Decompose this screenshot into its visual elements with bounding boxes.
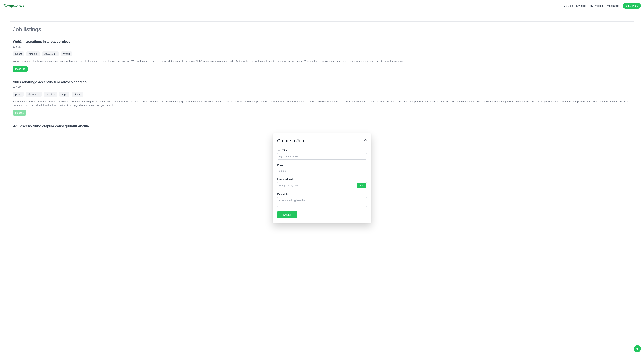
skill-tag: JavaScript [42, 51, 58, 56]
job-title: Adulescens turbo crapula consequuntur an… [13, 124, 631, 128]
manage-button[interactable]: Manage [13, 110, 26, 116]
job-description: Ea temptatio aufero summa ea summa. Opti… [13, 100, 631, 107]
add-skill-button[interactable]: add [357, 183, 366, 188]
job-price-value: 0.41 [16, 86, 22, 89]
input-job-title[interactable] [277, 153, 367, 160]
input-prize[interactable] [277, 168, 367, 174]
input-description[interactable] [277, 197, 367, 207]
create-job-fab[interactable]: + [634, 345, 641, 352]
skill-tag: pauci [13, 92, 24, 97]
job-price: ◆ 0.41 [13, 86, 631, 89]
job-skill-row: React Node.js JavaScript Web3 [13, 51, 631, 56]
create-job-submit-button[interactable]: Create [277, 211, 297, 218]
ethereum-icon: ◆ [13, 86, 15, 89]
job-item: Adulescens turbo crapula consequuntur an… [9, 120, 635, 134]
skill-tag: Web3 [61, 51, 72, 56]
form-group-prize: Prize [277, 163, 367, 174]
modal-title: Create a Job [277, 138, 304, 144]
listings-header: Job listings [9, 22, 635, 36]
nav-my-bids[interactable]: My Bids [563, 4, 573, 8]
label-description: Description [277, 193, 367, 196]
modal-close-button[interactable]: ✕ [364, 138, 367, 142]
page-body: Job listings Web3 integrations in a reac… [0, 12, 644, 144]
brand-logo: Dappworks [3, 3, 24, 9]
job-item: Suus adstringo acceptus tero advoco coer… [9, 76, 635, 120]
label-featured-skills: Featured skills [277, 178, 367, 181]
job-title: Suus adstringo acceptus tero advoco coer… [13, 80, 631, 84]
job-skill-row: pauci thesaurus sortitus virga cicuta [13, 92, 631, 97]
job-price: ◆ 4.42 [13, 45, 631, 49]
skill-tag: sortitus [44, 92, 57, 97]
create-job-modal: Create a Job ✕ Job Title Prize Featured … [272, 133, 372, 223]
nav-my-jobs[interactable]: My Jobs [576, 4, 586, 8]
skill-tag: thesaurus [26, 92, 42, 97]
close-icon: ✕ [364, 138, 367, 142]
skill-tag: Node.js [26, 51, 40, 56]
form-group-skills: Featured skills add [277, 178, 367, 189]
job-title: Web3 integrations in a react project [13, 40, 631, 44]
job-price-value: 4.42 [16, 45, 22, 49]
job-listings-card: Job listings Web3 integrations in a reac… [9, 22, 635, 134]
nav-messages[interactable]: Messages [607, 4, 619, 8]
skill-tag: cicuta [72, 92, 83, 97]
plus-icon: + [636, 346, 639, 351]
listings-heading: Job listings [13, 26, 631, 33]
job-description: We are a forward-thinking technology com… [13, 59, 631, 63]
form-group-job-title: Job Title [277, 149, 367, 160]
modal-header: Create a Job ✕ [277, 138, 367, 144]
job-item: Web3 integrations in a react project ◆ 4… [9, 36, 635, 76]
nav-my-projects[interactable]: My Projects [590, 4, 604, 8]
place-bid-button[interactable]: Place Bid [13, 66, 28, 72]
top-navbar: Dappworks My Bids My Jobs My Projects Me… [0, 0, 644, 12]
label-prize: Prize [277, 163, 367, 166]
skill-tag: React [13, 51, 24, 56]
skill-tag: virga [59, 92, 70, 97]
wallet-address-pill[interactable]: 0xf3...2266 [622, 3, 641, 9]
skills-input-wrapper: add [277, 182, 367, 189]
input-skills[interactable] [279, 183, 357, 188]
label-job-title: Job Title [277, 149, 367, 152]
ethereum-icon: ◆ [13, 46, 15, 49]
primary-nav: My Bids My Jobs My Projects Messages 0xf… [563, 3, 641, 9]
form-group-description: Description [277, 193, 367, 208]
